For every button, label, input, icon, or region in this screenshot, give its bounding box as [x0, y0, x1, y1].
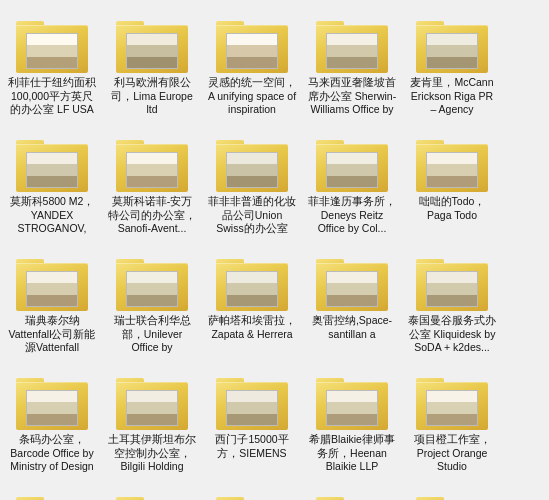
folder-label: 条码办公室，Barcode Office by Ministry of Desi…	[7, 433, 97, 474]
folder-icon	[216, 13, 288, 73]
folder-icon	[316, 132, 388, 192]
folder-item[interactable]: 莫斯科5800 M2，YANDEX STROGANOV, MOSCOW	[4, 127, 100, 242]
folder-thumbnail	[426, 271, 478, 307]
folder-grid: 利菲仕于纽约面积100,000平方英尺的办公室 LF USA by Spa...…	[0, 0, 549, 500]
folder-label: 项目橙工作室，Project Orange Studio	[407, 433, 497, 474]
folder-item[interactable]: 土耳其伊斯坦布尔空控制办公室，Bilgili Holding Office...	[104, 365, 200, 480]
folder-item[interactable]: 莫斯科诺菲-安万特公司的办公室，Sanofi-Avent...	[104, 127, 200, 242]
folder-icon	[216, 489, 288, 500]
folder-item[interactable]: 瑞士联合利华总部，Unilever Office by Camenzind Ev…	[104, 246, 200, 361]
folder-icon	[16, 13, 88, 73]
folder-item[interactable]: 条码办公室，Barcode Office by Ministry of Desi…	[4, 365, 100, 480]
folder-thumbnail	[126, 33, 178, 69]
folder-label: 萨帕塔和埃雷拉，Zapata & Herrera	[207, 314, 297, 341]
folder-item[interactable]: 菲非逢历事务所，Deneys Reitz Office by Col...	[304, 127, 400, 242]
folder-icon	[416, 370, 488, 430]
folder-item[interactable]: 泰国曼谷服务式办公室 Kliquidesk by SoDA + k2des...	[404, 246, 500, 361]
folder-icon	[316, 489, 388, 500]
folder-icon	[316, 13, 388, 73]
folder-thumbnail	[426, 390, 478, 426]
folder-label: 莫斯科5800 M2，YANDEX STROGANOV, MOSCOW	[7, 195, 97, 237]
folder-icon	[16, 370, 88, 430]
folder-icon	[316, 251, 388, 311]
folder-label: 灵感的统一空间，A unifying space of inspiration	[207, 76, 297, 117]
folder-icon	[416, 251, 488, 311]
folder-label: 莫斯科诺菲-安万特公司的办公室，Sanofi-Avent...	[107, 195, 197, 236]
folder-item[interactable]: 灵感的统一空间，A unifying space of inspiration	[204, 8, 300, 123]
folder-label: 利马欧洲有限公司，Lima Europe ltd	[107, 76, 197, 117]
folder-item[interactable]: 伊斯坦布尔尔平行的青年办公室，Youth Republic Off...	[104, 484, 200, 500]
folder-thumbnail	[226, 152, 278, 188]
folder-item[interactable]: 利马欧洲有限公司，Lima Europe ltd	[104, 8, 200, 123]
folder-icon	[16, 251, 88, 311]
folder-thumbnail	[126, 390, 178, 426]
folder-icon	[116, 370, 188, 430]
folder-icon	[116, 132, 188, 192]
folder-item[interactable]: 总部设在伦敦的特别工作室国际特的工作室（机...	[404, 484, 500, 500]
folder-item[interactable]: 新泽西州哈哈萨克办公室，RMS California	[4, 484, 100, 500]
folder-item[interactable]: 印度古尔冈M3M Corporate赫赫办公处，会议	[304, 484, 400, 500]
folder-item[interactable]: 西门子15000平方，SIEMENS	[204, 365, 300, 480]
folder-thumbnail	[426, 33, 478, 69]
folder-icon	[416, 489, 488, 500]
folder-label: 麦肯里，McCann Erickson Riga PR – Agency	[407, 76, 497, 117]
folder-icon	[416, 13, 488, 73]
folder-label: 菲非非普通的化妆品公司Union Swiss的办公室	[207, 195, 297, 236]
folder-icon	[16, 132, 88, 192]
folder-label: 马来西亚奢隆坡首席办公室 Sherwin-Williams Office by …	[307, 76, 397, 118]
folder-thumbnail	[226, 33, 278, 69]
folder-item[interactable]: 希腊Blaikie律师事务所，Heenan Blaikie LLP	[304, 365, 400, 480]
folder-icon	[216, 132, 288, 192]
folder-icon	[316, 370, 388, 430]
folder-item[interactable]: 项目橙工作室，Project Orange Studio	[404, 365, 500, 480]
folder-thumbnail	[326, 390, 378, 426]
folder-item[interactable]: 萨帕塔和埃雷拉，Zapata & Herrera	[204, 246, 300, 361]
folder-thumbnail	[426, 152, 478, 188]
folder-label: 泰国曼谷服务式办公室 Kliquidesk by SoDA + k2des...	[407, 314, 497, 355]
folder-label: 菲非逢历事务所，Deneys Reitz Office by Col...	[307, 195, 397, 236]
folder-item[interactable]: 菲非非普通的化妆品公司Union Swiss的办公室	[204, 127, 300, 242]
folder-icon	[16, 489, 88, 500]
folder-label: 西门子15000平方，SIEMENS	[207, 433, 297, 460]
folder-item[interactable]: 咄咄的Todo，Paga Todo	[404, 127, 500, 242]
folder-icon	[216, 370, 288, 430]
folder-item[interactable]: 马来西亚奢隆坡首席办公室 Sherwin-Williams Office by …	[304, 8, 400, 123]
folder-item[interactable]: 奥雷控纳,Space-santillan a	[304, 246, 400, 361]
folder-label: 利菲仕于纽约面积100,000平方英尺的办公室 LF USA by Spa...	[7, 76, 97, 118]
folder-item[interactable]: 利菲仕于纽约面积100,000平方英尺的办公室 LF USA by Spa...	[4, 8, 100, 123]
folder-icon	[216, 251, 288, 311]
folder-icon	[116, 251, 188, 311]
folder-label: 咄咄的Todo，Paga Todo	[407, 195, 497, 222]
folder-thumbnail	[326, 33, 378, 69]
folder-label: 土耳其伊斯坦布尔空控制办公室，Bilgili Holding Office...	[107, 433, 197, 475]
folder-thumbnail	[26, 33, 78, 69]
folder-thumbnail	[326, 152, 378, 188]
folder-label: 瑞典泰尔纳Vattenfall公司新能源Vattenfall Headquart…	[7, 314, 97, 356]
folder-icon	[416, 132, 488, 192]
folder-icon	[116, 489, 188, 500]
folder-thumbnail	[126, 271, 178, 307]
folder-item[interactable]: 麦肯里，McCann Erickson Riga PR – Agency	[404, 8, 500, 123]
folder-label: 希腊Blaikie律师事务所，Heenan Blaikie LLP	[307, 433, 397, 474]
folder-thumbnail	[26, 152, 78, 188]
folder-thumbnail	[326, 271, 378, 307]
folder-item[interactable]: 瑞典泰尔纳Vattenfall公司新能源Vattenfall Headquart…	[4, 246, 100, 361]
folder-thumbnail	[26, 271, 78, 307]
folder-icon	[116, 13, 188, 73]
folder-thumbnail	[226, 271, 278, 307]
folder-thumbnail	[226, 390, 278, 426]
folder-label: 奥雷控纳,Space-santillan a	[307, 314, 397, 341]
folder-item[interactable]: 意大利威尼斯，RUBENS LUCIANO Office by Sin...	[204, 484, 300, 500]
folder-label: 瑞士联合利华总部，Unilever Office by Camenzind Ev…	[107, 314, 197, 356]
folder-thumbnail	[126, 152, 178, 188]
folder-thumbnail	[26, 390, 78, 426]
